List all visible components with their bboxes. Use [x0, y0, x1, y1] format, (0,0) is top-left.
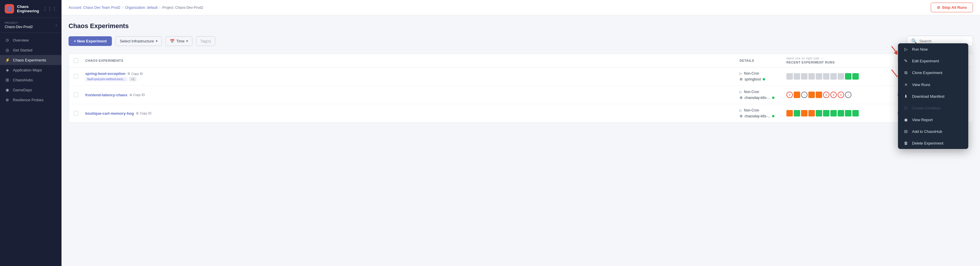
- table-row: frontend-latency-chaos ⧉ Copy ID ▷ Non-C…: [69, 86, 973, 104]
- context-menu-run-now-label: Run Now: [912, 47, 928, 52]
- table-header: CHAOS EXPERIMENTS DETAILS latest one on …: [69, 54, 973, 67]
- new-experiment-button[interactable]: + New Experiment: [68, 36, 112, 46]
- breadcrumb-account[interactable]: Account: Chaos Dev Team Prod2: [68, 6, 120, 10]
- run-bar: [816, 110, 822, 116]
- copy-id-label: Copy ID: [131, 72, 143, 76]
- run-bar: [838, 73, 844, 79]
- sidebar-item-get-started[interactable]: ◎ Get Started: [0, 45, 62, 55]
- grid-icon[interactable]: ⋮⋮⋮: [43, 6, 57, 12]
- time-filter-button[interactable]: 📅 Time ▾: [165, 36, 192, 46]
- sidebar-item-label: ChaosHubs: [13, 78, 33, 82]
- runs-note: latest one on right side →: [786, 57, 898, 60]
- row3-details: ▷ Non-Cron ⚙ chaosday-k8s-...: [740, 108, 786, 118]
- copy-icon: ⧉: [128, 72, 130, 76]
- run-bar: [794, 110, 800, 116]
- col-experiments: CHAOS EXPERIMENTS: [85, 59, 740, 62]
- search-input[interactable]: [920, 39, 969, 43]
- chaos-experiments-icon: ⚡: [5, 58, 10, 62]
- row2-copy-id-button[interactable]: ⧉ Copy ID: [130, 93, 145, 97]
- tags-filter-button[interactable]: Tag(s): [196, 36, 215, 46]
- run-bar: [794, 92, 800, 98]
- infra-icon: ⚙: [740, 114, 743, 118]
- run-neutral: ○: [845, 92, 851, 98]
- stop-all-button[interactable]: ⊘ Stop All Runs: [931, 3, 973, 12]
- context-menu-download-label: Download Manifest: [912, 94, 945, 99]
- add-chaoshub-icon: ⊟: [903, 129, 908, 134]
- run-bar: [845, 110, 851, 116]
- run-bar: [823, 110, 829, 116]
- sidebar-item-overview[interactable]: ⊙ Overview: [0, 35, 62, 45]
- row1-experiment-info: spring-boot-exception ⧉ Copy ID fault=po…: [85, 71, 740, 81]
- breadcrumb: Account: Chaos Dev Team Prod2 › Organiza…: [68, 6, 203, 10]
- time-label: Time: [176, 39, 185, 43]
- row2-runs: ✕ ○ ✕ ✕ ✕ ○: [786, 92, 898, 98]
- context-menu-edit-experiment[interactable]: ✎ Edit Experiment: [898, 55, 968, 67]
- row1-checkbox[interactable]: [73, 74, 85, 79]
- select-all-checkbox[interactable]: [73, 58, 85, 63]
- page-title: Chaos Experiments: [68, 22, 973, 30]
- row2-schedule: Non-Cron: [744, 90, 759, 94]
- context-menu-view-runs[interactable]: ≡ View Runs: [898, 79, 968, 90]
- row3-copy-id-button[interactable]: ⧉ Copy ID: [136, 111, 151, 115]
- row1-experiment-name[interactable]: spring-boot-exception: [85, 71, 126, 76]
- context-menu-clone-experiment[interactable]: ⧉ Clone Experiment: [898, 67, 968, 79]
- run-failed: ✕: [830, 92, 837, 98]
- context-menu-view-report[interactable]: ◉ View Report: [898, 114, 968, 125]
- breadcrumb-sep-2: ›: [159, 6, 161, 10]
- row3-checkbox[interactable]: [73, 111, 85, 116]
- tags-placeholder: Tag(s): [200, 39, 211, 43]
- row3-experiment-info: boutique-cart-memory-hog ⧉ Copy ID: [85, 111, 740, 116]
- row2-details: ▷ Non-Cron ⚙ chaosday-k8s-...: [740, 90, 786, 100]
- stop-icon: ⊘: [937, 5, 940, 10]
- select-infra-label: Select Infrastructure: [120, 39, 154, 43]
- row2-experiment-info: frontend-latency-chaos ⧉ Copy ID: [85, 93, 740, 97]
- run-bar: [830, 110, 837, 116]
- sidebar-item-gamedays[interactable]: ◉ GameDays: [0, 85, 62, 95]
- row2-checkbox[interactable]: [73, 92, 85, 97]
- breadcrumb-org[interactable]: Organization: default: [125, 6, 158, 10]
- project-label: PROJECT: [5, 21, 33, 24]
- page-content: Chaos Experiments + New Experiment Selec…: [62, 15, 980, 266]
- row3-infra: chaosday-k8s-...: [745, 114, 770, 118]
- project-selector[interactable]: PROJECT Chaos-Dev-Prod2 ›: [0, 18, 62, 33]
- exp-tag[interactable]: fault=pod-jvm-method-exce...: [85, 77, 127, 81]
- row1-infra: springboot: [745, 77, 761, 81]
- sidebar-item-chaos-experiments[interactable]: ⚡ Chaos Experiments: [0, 55, 62, 65]
- sidebar-item-label: Overview: [13, 38, 29, 43]
- row1-copy-id-button[interactable]: ⧉ Copy ID: [128, 72, 143, 76]
- select-infrastructure-button[interactable]: Select Infrastructure ▾: [115, 36, 162, 46]
- sidebar-item-label: Chaos Experiments: [13, 58, 46, 62]
- sidebar-item-chaoshubs[interactable]: ⊞ ChaosHubs: [0, 75, 62, 85]
- sidebar-item-application-maps[interactable]: ◈ Application Maps: [0, 65, 62, 75]
- context-menu-add-to-chaoshub[interactable]: ⊟ Add to ChaosHub: [898, 125, 968, 137]
- context-menu-delete-experiment[interactable]: 🗑 Delete Experiment: [898, 137, 968, 149]
- context-menu-delete-label: Delete Experiment: [912, 141, 943, 146]
- row2-experiment-name[interactable]: frontend-latency-chaos: [85, 93, 127, 97]
- sidebar-item-resilience-probes[interactable]: ⊕ Resilience Probes: [0, 95, 62, 105]
- context-menu-create-condition-label: Create Condition: [912, 106, 941, 110]
- breadcrumb-project: Project: Chaos-Dev-Prod2: [162, 6, 203, 10]
- exp-tag-more[interactable]: +1: [129, 77, 137, 81]
- application-maps-icon: ◈: [5, 68, 10, 72]
- run-bar: [801, 73, 808, 79]
- run-bar: [808, 73, 815, 79]
- download-icon: ⬇: [903, 94, 908, 99]
- view-report-icon: ◉: [903, 117, 908, 122]
- run-bar: [786, 110, 793, 116]
- context-menu-download-manifest[interactable]: ⬇ Download Manifest: [898, 90, 968, 102]
- edit-icon: ✎: [903, 59, 908, 63]
- run-failed: ✕: [823, 92, 829, 98]
- context-menu-run-now[interactable]: ▷ Run Now: [898, 43, 968, 55]
- row3-experiment-name[interactable]: boutique-cart-memory-hog: [85, 111, 134, 116]
- run-neutral: ○: [801, 92, 808, 98]
- sidebar-item-label: GameDays: [13, 88, 32, 92]
- infra-icon: ⚙: [740, 96, 743, 100]
- copy-id-label: Copy ID: [133, 93, 145, 97]
- row1-tags: fault=pod-jvm-method-exce... +1: [85, 77, 740, 81]
- calendar-icon: 📅: [170, 39, 175, 43]
- run-bar: [808, 92, 815, 98]
- table-row: boutique-cart-memory-hog ⧉ Copy ID ▷ Non…: [69, 104, 973, 122]
- create-condition-icon: ⊡: [903, 106, 908, 110]
- run-bar: [830, 73, 837, 79]
- run-bar: [845, 73, 851, 79]
